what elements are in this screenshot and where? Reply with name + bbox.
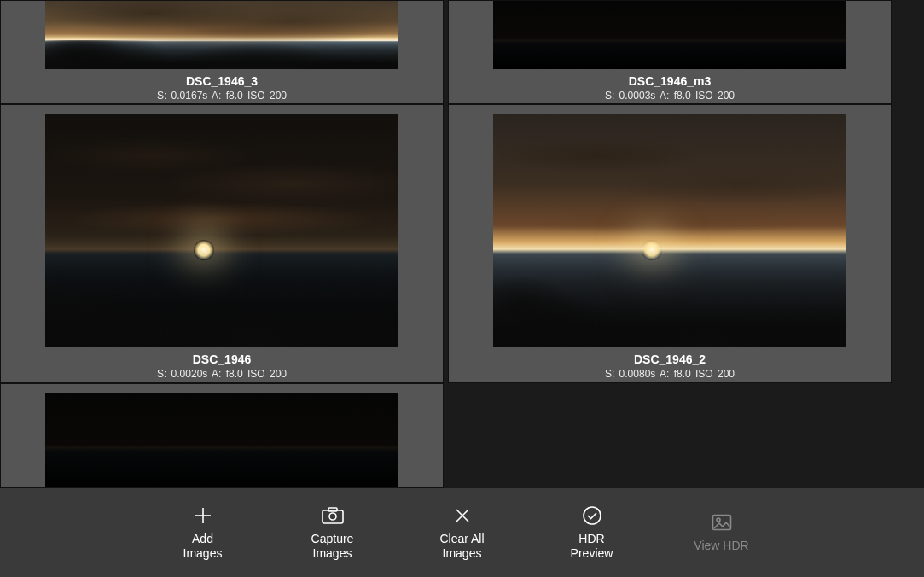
thumbnail-meta: S: 0.0080s A: f8.0 ISO 200 [605,368,735,380]
grid-row: DSC_1946 S: 0.0020s A: f8.0 ISO 200 DSC_… [0,104,924,383]
thumbnail-cell[interactable]: DSC_1946_3 S: 0.0167s A: f8.0 ISO 200 [0,0,444,104]
thumbnail-image [45,393,398,487]
thumbnail-cell[interactable]: DSC_1946_2 S: 0.0080s A: f8.0 ISO 200 [448,104,892,383]
thumbnail-name: DSC_1946_2 [634,353,706,366]
toolbar-label: Images [313,546,352,562]
toolbar-label: HDR [578,532,604,547]
thumbnail-cell[interactable] [0,383,444,488]
thumbnail-name: DSC_1946_m3 [629,74,712,88]
grid-row [0,383,924,488]
hdr-preview-button[interactable]: HDR Preview [558,504,626,562]
empty-cell [448,383,892,488]
capture-images-button[interactable]: Capture Images [299,504,367,562]
thumbnail-image [45,1,398,69]
add-images-button[interactable]: Add Images [169,504,237,562]
svg-point-7 [584,507,601,524]
close-icon [454,504,471,527]
thumbnail-meta: S: 0.0003s A: f8.0 ISO 200 [605,90,735,102]
thumbnail-cell[interactable]: DSC_1946 S: 0.0020s A: f8.0 ISO 200 [0,104,444,383]
view-hdr-button: View HDR [688,511,756,554]
thumbnail-image [493,1,846,69]
thumbnail-image [493,114,846,347]
bottom-toolbar: Add Images Capture Images Clear All Imag… [0,488,924,577]
grid-row: DSC_1946_3 S: 0.0167s A: f8.0 ISO 200 DS… [0,0,924,104]
toolbar-label: View HDR [694,539,748,554]
toolbar-label: Add [192,532,213,547]
svg-point-3 [329,513,336,520]
thumbnail-meta: S: 0.0167s A: f8.0 ISO 200 [157,90,287,102]
toolbar-label: Clear All [439,532,484,547]
toolbar-label: Images [443,546,482,562]
thumbnail-grid: DSC_1946_3 S: 0.0167s A: f8.0 ISO 200 DS… [0,0,924,488]
thumbnail-image [45,114,398,347]
thumbnail-name: DSC_1946 [193,353,252,366]
image-icon [712,511,732,533]
check-circle-icon [582,504,602,527]
toolbar-label: Images [183,546,223,562]
clear-all-images-button[interactable]: Clear All Images [428,504,497,562]
thumbnail-name: DSC_1946_3 [186,74,258,88]
svg-point-9 [717,518,720,522]
toolbar-label: Preview [571,546,613,562]
camera-icon [322,504,344,527]
toolbar-label: Capture [311,532,354,547]
svg-rect-4 [328,508,337,511]
plus-icon [193,504,213,527]
thumbnail-cell[interactable]: DSC_1946_m3 S: 0.0003s A: f8.0 ISO 200 [448,0,892,104]
thumbnail-meta: S: 0.0020s A: f8.0 ISO 200 [157,368,287,380]
